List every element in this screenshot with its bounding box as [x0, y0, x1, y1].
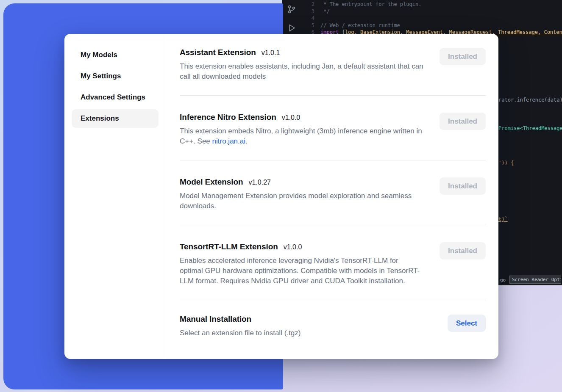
extension-name: Assistant Extension — [180, 48, 256, 57]
extension-name: TensortRT-LLM Extension — [180, 242, 278, 251]
sidebar-item-my-models[interactable]: My Models — [72, 46, 159, 64]
extension-info: Model Extension v1.0.27 Model Management… — [180, 177, 423, 211]
code-fragment: t}` — [498, 216, 508, 222]
installed-button[interactable]: Installed — [440, 113, 486, 130]
code-comment: // Web / extension runtime — [320, 22, 400, 28]
extension-title-line: Manual Installation — [180, 315, 300, 324]
extension-version: v1.0.0 — [282, 114, 300, 121]
manual-installation-row: Manual Installation Select an extension … — [180, 300, 486, 352]
line-number: 2 — [303, 1, 314, 8]
source-control-icon[interactable] — [287, 4, 297, 14]
extension-info: Inference Nitro Extension v1.0.0 This ex… — [180, 113, 423, 146]
code-line: 5// Web / extension runtime — [303, 22, 562, 29]
select-file-button[interactable]: Select — [448, 315, 486, 332]
extension-info: Manual Installation Select an extension … — [180, 315, 300, 338]
extension-title-line: TensortRT-LLM Extension v1.0.0 — [180, 242, 423, 251]
code-fragment: Promise<ThreadMessage> — [498, 125, 562, 131]
screen-reader-optimize-button[interactable]: Screen Reader Optimize — [509, 276, 561, 284]
extension-info: Assistant Extension v1.0.1 This extensio… — [180, 48, 423, 82]
code-line: 3 */ — [303, 8, 562, 15]
run-debug-icon[interactable] — [287, 23, 297, 33]
settings-sidebar: My Models My Settings Advanced Settings … — [64, 34, 166, 359]
extension-name: Inference Nitro Extension — [180, 113, 276, 122]
extension-row-model: Model Extension v1.0.27 Model Management… — [180, 160, 486, 225]
sidebar-item-extensions[interactable]: Extensions — [72, 109, 159, 128]
manual-installation-description: Select an extension file to install (.tg… — [180, 328, 300, 338]
description-text: . — [245, 137, 248, 145]
code-comment: */ — [320, 8, 330, 14]
code-area[interactable]: 2 * The entrypoint for the plugin. 3 */ … — [303, 1, 562, 36]
extension-row-assistant: Assistant Extension v1.0.1 This extensio… — [180, 34, 486, 96]
extension-title-line: Model Extension v1.0.27 — [180, 177, 423, 187]
extension-name: Model Extension — [180, 177, 243, 187]
extension-title-line: Assistant Extension v1.0.1 — [180, 48, 423, 57]
line-number: 3 — [303, 8, 314, 15]
extension-version: v1.0.27 — [248, 179, 270, 186]
sidebar-item-my-settings[interactable]: My Settings — [72, 67, 159, 86]
code-fragment: ')) { — [498, 160, 514, 166]
extension-version: v1.0.0 — [284, 243, 302, 251]
code-line: 4 — [303, 15, 562, 22]
extensions-list: Assistant Extension v1.0.1 This extensio… — [166, 34, 498, 359]
status-text: go — [500, 277, 506, 283]
extension-title-line: Inference Nitro Extension v1.0.0 — [180, 113, 423, 122]
line-number: 5 — [303, 22, 314, 29]
extension-description: This extension enables assistants, inclu… — [180, 61, 423, 82]
code-fragment: rator.inference(data)); — [498, 97, 562, 103]
settings-modal: My Models My Settings Advanced Settings … — [64, 34, 498, 359]
extension-row-inference-nitro: Inference Nitro Extension v1.0.0 This ex… — [180, 96, 486, 160]
extension-description: Enables accelerated inference leveraging… — [180, 256, 423, 286]
extension-description: This extension embeds Nitro, a lightweig… — [180, 126, 423, 146]
extension-version: v1.0.1 — [262, 49, 280, 57]
code-line: 2 * The entrypoint for the plugin. — [303, 1, 562, 8]
installed-button[interactable]: Installed — [440, 242, 486, 259]
sidebar-item-advanced-settings[interactable]: Advanced Settings — [72, 88, 159, 107]
nitro-jan-ai-link[interactable]: nitro.jan.ai — [212, 137, 245, 145]
installed-button[interactable]: Installed — [440, 177, 486, 195]
installed-button[interactable]: Installed — [440, 48, 486, 65]
manual-installation-title: Manual Installation — [180, 315, 251, 324]
extension-info: TensortRT-LLM Extension v1.0.0 Enables a… — [180, 242, 423, 286]
extension-row-tensorrt-llm: TensortRT-LLM Extension v1.0.0 Enables a… — [180, 225, 486, 300]
code-comment: * The entrypoint for the plugin. — [320, 1, 421, 7]
extension-description: Model Management Extension provides mode… — [180, 191, 423, 211]
line-number: 4 — [303, 15, 314, 22]
